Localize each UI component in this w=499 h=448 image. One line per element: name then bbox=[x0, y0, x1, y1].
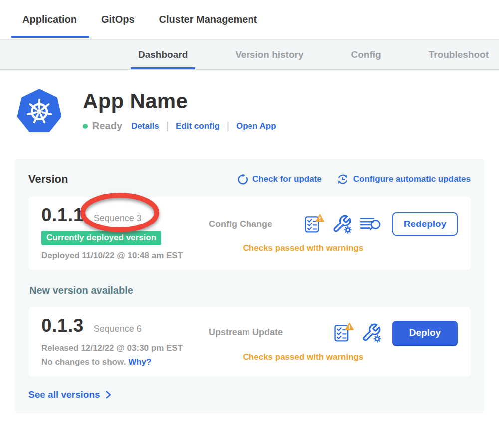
checks-status-text: Checks passed with warnings bbox=[209, 352, 458, 362]
tab-version-history[interactable]: Version history bbox=[235, 40, 303, 69]
available-version-info: 0.1.3 Sequence 6 Released 12/12/22 @ 03:… bbox=[41, 315, 204, 367]
kubernetes-logo bbox=[17, 89, 61, 133]
version-section-header: Version Check for update Configure autom… bbox=[28, 173, 471, 186]
status-dot-icon bbox=[83, 124, 88, 129]
sub-nav: Dashboard Version history Config Trouble… bbox=[0, 39, 499, 70]
checks-status-text: Checks passed with warnings bbox=[209, 243, 458, 253]
available-version-number: 0.1.3 bbox=[41, 315, 84, 336]
version-source-label: Upstream Update bbox=[209, 327, 283, 338]
config-wrench-gear-icon[interactable] bbox=[332, 214, 352, 234]
current-version-card: 0.1.1 Sequence 3 Currently deployed vers… bbox=[28, 197, 471, 270]
new-version-heading: New version available bbox=[29, 285, 471, 296]
edit-config-link[interactable]: Edit config bbox=[176, 121, 220, 131]
chevron-right-icon bbox=[105, 390, 112, 399]
available-version-actions: Upstream Update bbox=[204, 315, 458, 367]
current-version-number: 0.1.1 bbox=[41, 205, 84, 225]
current-version-actions: Config Change bbox=[204, 205, 458, 261]
check-for-update-button[interactable]: Check for update bbox=[237, 173, 322, 185]
released-timestamp: Released 12/12/22 @ 03:30 pm EST bbox=[41, 343, 204, 353]
redeploy-button[interactable]: Redeploy bbox=[392, 212, 458, 236]
refresh-icon bbox=[237, 174, 248, 185]
available-version-card: 0.1.3 Sequence 6 Released 12/12/22 @ 03:… bbox=[28, 307, 471, 376]
open-app-link[interactable]: Open App bbox=[236, 121, 276, 131]
app-header: App Name Ready Details | Edit config | O… bbox=[17, 89, 499, 133]
version-check-icons bbox=[333, 322, 381, 344]
available-version-sequence: Sequence 6 bbox=[94, 324, 142, 334]
status-row: Ready Details | Edit config | Open App bbox=[83, 120, 276, 132]
tab-dashboard[interactable]: Dashboard bbox=[138, 40, 188, 69]
no-changes-row: No changes to show. Why? bbox=[41, 357, 204, 367]
tab-troubleshoot[interactable]: Troubleshoot bbox=[429, 40, 489, 69]
currently-deployed-badge: Currently deployed version bbox=[41, 231, 161, 245]
divider: | bbox=[166, 120, 169, 132]
preflight-checklist-warning-icon[interactable] bbox=[333, 322, 354, 344]
auto-update-clock-icon bbox=[337, 173, 349, 185]
version-actions: Check for update Configure automatic upd… bbox=[237, 173, 471, 185]
app-header-text: App Name Ready Details | Edit config | O… bbox=[83, 89, 276, 133]
preflight-checklist-warning-icon[interactable] bbox=[303, 213, 324, 235]
page-title: App Name bbox=[83, 91, 276, 112]
version-source-label: Config Change bbox=[209, 219, 272, 229]
no-changes-text: No changes to show. bbox=[41, 357, 126, 367]
configure-automatic-updates-label: Configure automatic updates bbox=[353, 174, 471, 184]
why-link[interactable]: Why? bbox=[128, 357, 151, 367]
see-all-versions-link[interactable]: See all versions bbox=[28, 389, 471, 400]
version-check-icons bbox=[303, 213, 381, 235]
version-section: Version Check for update Configure autom… bbox=[15, 159, 484, 413]
check-for-update-label: Check for update bbox=[252, 174, 322, 184]
version-section-title: Version bbox=[28, 173, 68, 186]
tab-application[interactable]: Application bbox=[22, 0, 77, 39]
status-badge: Ready bbox=[92, 120, 122, 132]
deploy-button[interactable]: Deploy bbox=[392, 321, 458, 345]
tab-gitops[interactable]: GitOps bbox=[101, 0, 135, 39]
current-version-info: 0.1.1 Sequence 3 Currently deployed vers… bbox=[41, 205, 204, 261]
diff-search-icon[interactable] bbox=[359, 214, 381, 234]
configure-automatic-updates-button[interactable]: Configure automatic updates bbox=[337, 173, 471, 185]
top-nav: Application GitOps Cluster Management bbox=[0, 0, 499, 39]
tab-cluster-management[interactable]: Cluster Management bbox=[159, 0, 257, 39]
see-all-versions-label: See all versions bbox=[28, 389, 100, 400]
details-link[interactable]: Details bbox=[131, 121, 159, 131]
divider: | bbox=[227, 120, 229, 132]
deployed-timestamp: Deployed 11/10/22 @ 10:48 am EST bbox=[41, 251, 204, 261]
current-version-sequence: Sequence 3 bbox=[94, 213, 142, 224]
config-wrench-gear-icon[interactable] bbox=[361, 323, 381, 343]
tab-config[interactable]: Config bbox=[351, 40, 381, 69]
